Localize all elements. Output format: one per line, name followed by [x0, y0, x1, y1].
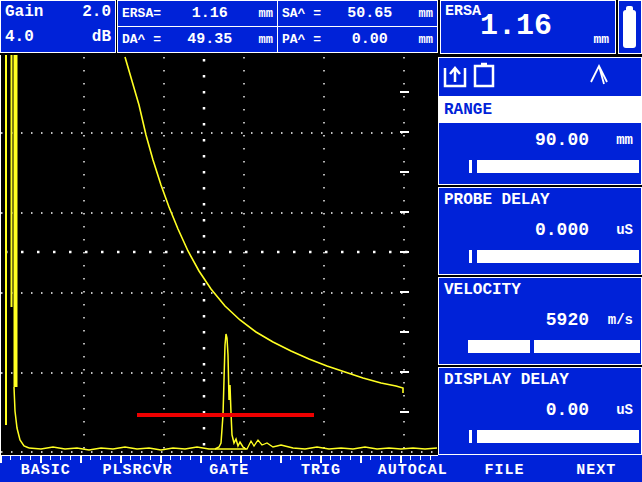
big-readout-box: ERSA 1.16 mm [440, 0, 616, 54]
param-slider[interactable] [447, 250, 633, 263]
gain-box[interactable]: Gain 2.0 4.0 dB [0, 0, 116, 53]
menu-item-trig[interactable]: TRIG [275, 462, 367, 479]
slider-segment [469, 250, 472, 263]
battery-box [618, 0, 642, 54]
clipboard-icon [475, 64, 493, 86]
a-scan-display [0, 55, 438, 455]
slider-segment [469, 160, 472, 173]
readout-value: 0.00 [321, 31, 419, 48]
big-readout-value: 1.16 [461, 9, 571, 43]
readout-label: SA^ = [282, 6, 321, 21]
gain-value: 2.0 [82, 3, 111, 21]
param-name: RANGE [439, 98, 641, 123]
menu-item-plsrcvr[interactable]: PLSRCVR [92, 462, 184, 479]
readout-value: 49.35 [161, 31, 259, 48]
readout-label: ERSA= [122, 6, 161, 21]
param-name: PROBE DELAY [439, 188, 641, 213]
slider-segment [477, 430, 639, 443]
up-arrow-icon [591, 66, 607, 84]
readout-sa: SA^ = 50.65 mm [277, 0, 438, 27]
gain-step-value: 4.0 [5, 28, 34, 46]
param-range[interactable]: RANGE 90.00 mm [438, 97, 642, 185]
slider-segment [477, 250, 639, 263]
readout-unit: mm [419, 33, 433, 47]
param-value: 0.00 [439, 400, 589, 420]
readout-label: PA^ = [282, 32, 321, 47]
echo-signal-trace [215, 334, 246, 449]
readout-label: DA^ = [122, 32, 161, 47]
param-name: DISPLAY DELAY [439, 368, 641, 393]
param-slider[interactable] [447, 430, 633, 443]
gain-unit: dB [92, 28, 111, 46]
readout-da: DA^ = 49.35 mm [117, 26, 278, 53]
instrument-screen: Gain 2.0 4.0 dB ERSA= 1.16 mm DA^ = 49.3… [0, 0, 642, 482]
readout-pa: PA^ = 0.00 mm [277, 26, 438, 53]
param-velocity[interactable]: VELOCITY 5920 m/s [438, 277, 642, 365]
slider-segment [534, 340, 640, 353]
battery-icon [623, 10, 636, 48]
readout-unit: mm [419, 7, 433, 21]
readout-unit: mm [259, 33, 273, 47]
param-value: 0.000 [439, 220, 589, 240]
slider-segment [468, 340, 530, 353]
menu-item-gate[interactable]: GATE [183, 462, 275, 479]
param-name: VELOCITY [439, 278, 641, 303]
menu-item-basic[interactable]: BASIC [0, 462, 92, 479]
readout-value: 1.16 [161, 5, 259, 22]
menu-item-next[interactable]: NEXT [550, 462, 642, 479]
initial-pulse-bar [11, 55, 13, 307]
initial-pulse-bar [14, 55, 18, 387]
menu-item-autocal[interactable]: AUTOCAL [367, 462, 459, 479]
param-unit: mm [616, 132, 633, 148]
store-box-icon [445, 68, 465, 86]
param-slider[interactable] [447, 340, 633, 353]
param-unit: uS [616, 402, 633, 418]
readout-value: 50.65 [321, 5, 419, 22]
initial-pulse-bar [5, 55, 7, 425]
param-value: 5920 [439, 310, 589, 330]
param-value: 90.00 [439, 130, 589, 150]
slider-segment [469, 430, 472, 443]
readout-ersa: ERSA= 1.16 mm [117, 0, 278, 27]
right-ruler-ticks [400, 92, 409, 412]
gain-label: Gain [5, 3, 43, 21]
big-readout-unit: mm [593, 32, 609, 47]
initial-pulse-tail [14, 387, 29, 448]
param-display-delay[interactable]: DISPLAY DELAY 0.00 uS [438, 367, 642, 455]
readout-unit: mm [259, 7, 273, 21]
grid-lines [1, 57, 439, 452]
menu-item-file[interactable]: FILE [459, 462, 551, 479]
dac-curve [125, 57, 403, 393]
center-crosshair-dots [5, 59, 411, 451]
status-icons-row [438, 57, 642, 97]
param-slider[interactable] [447, 160, 633, 173]
param-unit: m/s [608, 312, 633, 328]
param-probe-delay[interactable]: PROBE DELAY 0.000 uS [438, 187, 642, 275]
slider-segment [477, 160, 639, 173]
param-unit: uS [616, 222, 633, 238]
function-menu-bar: BASIC PLSRCVR GATE TRIG AUTOCAL FILE NEX… [0, 455, 642, 482]
gate-a-bar[interactable] [137, 413, 314, 417]
